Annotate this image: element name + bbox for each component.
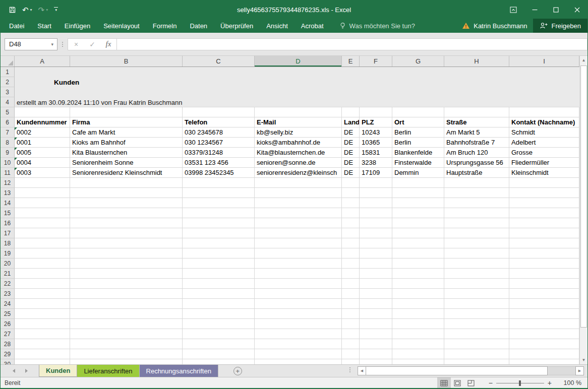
cell-E30[interactable]	[342, 359, 360, 364]
column-header-A[interactable]: A	[15, 56, 70, 67]
cell-E26[interactable]	[342, 319, 360, 329]
cell-E11[interactable]: DE	[342, 168, 360, 178]
cell-B8[interactable]: Kioks am Bahnhof	[70, 138, 183, 148]
column-header-C[interactable]: C	[183, 56, 255, 67]
cell-A24[interactable]	[15, 299, 70, 309]
cell-I27[interactable]	[509, 329, 579, 339]
cell-E9[interactable]: DE	[342, 148, 360, 158]
cell-C11[interactable]: 03998 23452345	[183, 168, 255, 178]
vertical-scrollbar[interactable]: ▲ ▼	[579, 56, 587, 364]
cell-I29[interactable]	[509, 349, 579, 359]
cell-H14[interactable]	[444, 198, 509, 208]
cell-I15[interactable]	[509, 208, 579, 218]
ribbon-tab-formeln[interactable]: Formeln	[146, 19, 184, 33]
row-header-25[interactable]: 25	[1, 309, 15, 319]
cell-G11[interactable]: Demmin	[392, 168, 444, 178]
cell-G9[interactable]: Blankenfelde	[392, 148, 444, 158]
cell-F12[interactable]	[360, 178, 392, 188]
cell-G26[interactable]	[392, 319, 444, 329]
row-header-10[interactable]: 10	[1, 158, 15, 168]
cell-G15[interactable]	[392, 208, 444, 218]
cell-I22[interactable]	[509, 279, 579, 289]
cell-I30[interactable]	[509, 359, 579, 364]
cell-A11[interactable]: 0003	[15, 168, 70, 178]
cell-H17[interactable]	[444, 228, 509, 238]
cell-B23[interactable]	[70, 289, 183, 299]
cell-G8[interactable]: Berlin	[392, 138, 444, 148]
cell-A20[interactable]	[15, 258, 70, 269]
cell-D18[interactable]	[255, 238, 342, 248]
cell-B16[interactable]	[70, 218, 183, 228]
cell-C12[interactable]	[183, 178, 255, 188]
cell-C26[interactable]	[183, 319, 255, 329]
ribbon-tab-datei[interactable]: Datei	[3, 19, 31, 33]
cell-C10[interactable]: 03531 123 456	[183, 158, 255, 168]
cell-A10[interactable]: 0004	[15, 158, 70, 168]
zoom-slider-thumb[interactable]	[519, 380, 521, 386]
cell-C5[interactable]	[183, 107, 255, 117]
gray-band-cell[interactable]	[15, 87, 579, 97]
cell-D16[interactable]	[255, 218, 342, 228]
cell-B28[interactable]	[70, 339, 183, 349]
row-header-22[interactable]: 22	[1, 279, 15, 289]
row-header-19[interactable]: 19	[1, 248, 15, 258]
redo-dropdown-caret[interactable]: ▾	[46, 8, 48, 12]
cell-E10[interactable]: DE	[342, 158, 360, 168]
cell-G29[interactable]	[392, 349, 444, 359]
cell-A29[interactable]	[15, 349, 70, 359]
cell-F9[interactable]: 15831	[360, 148, 392, 158]
cell-F24[interactable]	[360, 299, 392, 309]
cell-G19[interactable]	[392, 248, 444, 258]
ribbon-tab-start[interactable]: Start	[31, 19, 57, 33]
cell-E24[interactable]	[342, 299, 360, 309]
column-header-I[interactable]: I	[509, 56, 579, 67]
cell-E6[interactable]: Land	[342, 117, 360, 127]
cell-G13[interactable]	[392, 188, 444, 198]
cell-F27[interactable]	[360, 329, 392, 339]
maximize-button[interactable]	[545, 1, 566, 19]
cell-E23[interactable]	[342, 289, 360, 299]
cell-B19[interactable]	[70, 248, 183, 258]
row-header-16[interactable]: 16	[1, 218, 15, 228]
cell-E21[interactable]	[342, 269, 360, 279]
scroll-left-button[interactable]: ◀	[358, 366, 366, 375]
cell-A23[interactable]	[15, 289, 70, 299]
cell-G30[interactable]	[392, 359, 444, 364]
previous-sheet-button[interactable]	[13, 369, 15, 373]
cell-I5[interactable]	[509, 107, 579, 117]
cell-H7[interactable]: Am Markt 5	[444, 127, 509, 138]
cell-B10[interactable]: Seniorenheim Sonne	[70, 158, 183, 168]
cell-F13[interactable]	[360, 188, 392, 198]
cell-B9[interactable]: Kita Blausternchen	[70, 148, 183, 158]
cell-F19[interactable]	[360, 248, 392, 258]
cell-B5[interactable]	[70, 107, 183, 117]
cell-E13[interactable]	[342, 188, 360, 198]
customize-quick-access-button[interactable]: ▾	[54, 7, 58, 12]
next-sheet-button[interactable]	[25, 369, 28, 373]
cell-H22[interactable]	[444, 279, 509, 289]
cell-G12[interactable]	[392, 178, 444, 188]
cell-C15[interactable]	[183, 208, 255, 218]
cell-B18[interactable]	[70, 238, 183, 248]
cell-D28[interactable]	[255, 339, 342, 349]
cell-E19[interactable]	[342, 248, 360, 258]
cell-C25[interactable]	[183, 309, 255, 319]
cell-F16[interactable]	[360, 218, 392, 228]
cell-B13[interactable]	[70, 188, 183, 198]
page-break-preview-button[interactable]	[464, 377, 478, 389]
cell-F14[interactable]	[360, 198, 392, 208]
cell-H27[interactable]	[444, 329, 509, 339]
column-header-H[interactable]: H	[444, 56, 509, 67]
cell-D30[interactable]	[255, 359, 342, 364]
cell-I28[interactable]	[509, 339, 579, 349]
cell-E16[interactable]	[342, 218, 360, 228]
cell-A15[interactable]	[15, 208, 70, 218]
cell-D9[interactable]: Kita@blausternchen.de	[255, 148, 342, 158]
cell-H9[interactable]: Am Bruch 120	[444, 148, 509, 158]
cell-D26[interactable]	[255, 319, 342, 329]
cell-H21[interactable]	[444, 269, 509, 279]
cell-D21[interactable]	[255, 269, 342, 279]
cell-D24[interactable]	[255, 299, 342, 309]
cell-C21[interactable]	[183, 269, 255, 279]
cell-A25[interactable]	[15, 309, 70, 319]
